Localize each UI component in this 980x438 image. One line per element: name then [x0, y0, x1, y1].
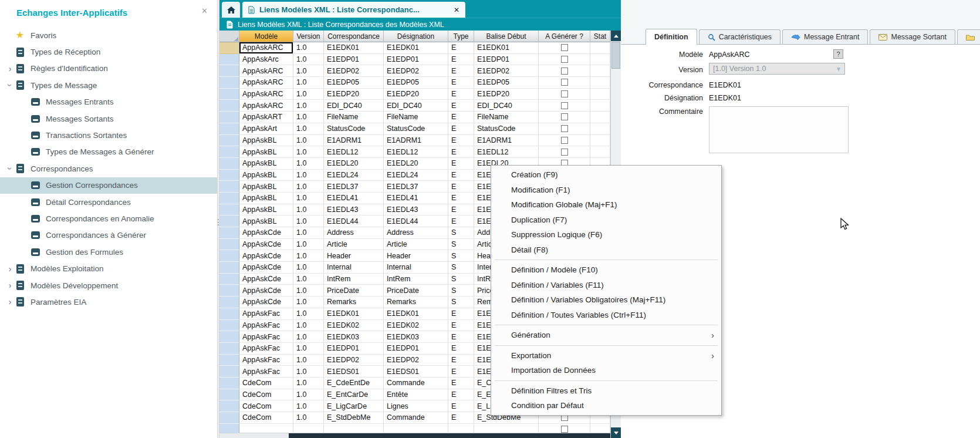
row-selector[interactable]: [219, 227, 239, 239]
column-header-correspondance[interactable]: Correspondance: [324, 31, 384, 42]
cell-version[interactable]: 1.0: [293, 170, 324, 181]
cell-type[interactable]: E: [448, 355, 474, 366]
cell-designation[interactable]: E1EDL24: [384, 170, 448, 181]
cell-modele[interactable]: AppAskARC: [239, 77, 293, 89]
cell-designation[interactable]: E1EDS01: [384, 366, 448, 378]
row-selector[interactable]: [219, 239, 239, 251]
row-selector[interactable]: [219, 412, 239, 424]
cell-designation[interactable]: Remarks: [384, 297, 448, 308]
cell-stat[interactable]: [590, 146, 610, 158]
cell-modele[interactable]: CdeCom: [239, 400, 293, 412]
column-header-balise-debut[interactable]: Balise Début: [474, 31, 539, 42]
cell-designation[interactable]: PriceDate: [384, 285, 448, 297]
cell-a-generer[interactable]: [539, 123, 590, 135]
cell-correspondance[interactable]: E1EDK01: [324, 308, 384, 320]
sidebar-item-messages-sortants[interactable]: ›Messages Sortants: [0, 110, 217, 127]
cell-correspondance[interactable]: E1ADRM1: [324, 135, 384, 147]
table-corner-cell[interactable]: [219, 31, 239, 42]
cell-a-generer[interactable]: [539, 65, 590, 77]
cell-modele[interactable]: AppAskFac: [239, 366, 293, 378]
checkbox-icon[interactable]: [561, 125, 568, 132]
cell-designation[interactable]: E1EDK01: [384, 308, 448, 320]
cell-designation[interactable]: E1EDP05: [384, 77, 448, 89]
cell-version[interactable]: 1.0: [293, 100, 324, 112]
scroll-down-button[interactable]: [611, 427, 621, 438]
cell-type[interactable]: E: [448, 100, 474, 112]
active-tab[interactable]: Liens Modèles XML : Liste Correspondanc.…: [242, 2, 465, 18]
cell-version[interactable]: 1.0: [293, 77, 324, 89]
cell-stat[interactable]: [590, 77, 610, 89]
tab-partial[interactable]: [957, 29, 980, 44]
cell-designation[interactable]: Lignes: [384, 400, 448, 412]
cell-type[interactable]: E: [448, 181, 474, 193]
row-selector[interactable]: [219, 100, 239, 112]
chevron-down-icon[interactable]: ›: [6, 163, 14, 174]
menu-item-definition-modele-f10[interactable]: Définition / Modèle (F10): [491, 262, 721, 278]
column-header-modele[interactable]: Modèle: [239, 31, 293, 42]
cell-version[interactable]: 1.0: [293, 274, 324, 285]
menu-item-duplication-f7[interactable]: Duplication (F7): [491, 213, 721, 228]
row-selector[interactable]: [219, 308, 239, 320]
table-row[interactable]: AppAskARC1.0EDI_DC40EDI_DC40EEDI_DC40: [219, 100, 610, 112]
cell-correspondance[interactable]: E_StdDebMe: [324, 412, 384, 424]
cell-modele[interactable]: AppAskFac: [239, 320, 293, 332]
cell-correspondance[interactable]: EDI_DC40: [324, 100, 384, 112]
cell-correspondance[interactable]: E1EDK03: [324, 331, 384, 343]
checkbox-icon[interactable]: [561, 149, 568, 156]
cell-modele[interactable]: AppAskCde: [239, 285, 293, 297]
cell-correspondance[interactable]: E1EDK02: [324, 320, 384, 332]
cell-type[interactable]: E: [448, 412, 474, 424]
cell-version[interactable]: 1.0: [293, 378, 324, 389]
cell-correspondance[interactable]: E1EDP02: [324, 65, 384, 77]
cell-modele[interactable]: AppAskBL: [239, 135, 293, 147]
cell-version[interactable]: 1.0: [293, 412, 324, 424]
cell-modele[interactable]: AppAskCde: [239, 297, 293, 308]
sidebar-item-types-de-message[interactable]: ›Types de Message: [0, 77, 217, 93]
cell-type[interactable]: E: [448, 89, 474, 100]
row-selector[interactable]: [219, 389, 239, 401]
menu-item-modification-f1[interactable]: Modification (F1): [491, 183, 721, 198]
cell-stat[interactable]: [590, 135, 610, 147]
tab-close-icon[interactable]: ✕: [454, 6, 459, 14]
cell-type[interactable]: E: [448, 204, 474, 216]
cell-modele[interactable]: AppAskCde: [239, 227, 293, 239]
cell-type[interactable]: S: [448, 285, 474, 297]
row-selector[interactable]: [219, 343, 239, 355]
cell-modele[interactable]: AppAskARC: [239, 89, 293, 100]
cell-correspondance[interactable]: E1EDL20: [324, 158, 384, 170]
cell-version[interactable]: 1.0: [293, 54, 324, 66]
cell-stat[interactable]: [590, 112, 610, 123]
cell-correspondance[interactable]: E1EDL37: [324, 181, 384, 193]
cell-correspondance[interactable]: E1EDP05: [324, 77, 384, 89]
row-selector[interactable]: [219, 215, 239, 227]
menu-item-suppression-logique-f6[interactable]: Suppression Logique (F6): [491, 227, 721, 242]
cell-version[interactable]: 1.0: [293, 308, 324, 320]
sidebar-item-gestion-des-formules[interactable]: ›Gestion des Formules: [0, 244, 217, 260]
cell-designation[interactable]: Entête: [384, 389, 448, 401]
cell-type[interactable]: E: [448, 389, 474, 401]
table-row[interactable]: AppAskARC1.0E1EDP20E1EDP20EE1EDP20: [219, 89, 610, 100]
row-selector[interactable]: [219, 285, 239, 297]
cell-modele[interactable]: AppAskFac: [239, 331, 293, 343]
cell-version[interactable]: 1.0: [293, 204, 324, 216]
cell-modele[interactable]: AppAskARC: [239, 65, 293, 77]
cell-modele[interactable]: AppAskArc: [239, 54, 293, 66]
tab-message-sortant[interactable]: Message Sortant: [870, 29, 955, 44]
cell-correspondance[interactable]: Remarks: [324, 297, 384, 308]
sidebar-item-types-de-reception[interactable]: ›Types de Réception: [0, 43, 217, 60]
cell-correspondance[interactable]: E1EDL12: [324, 146, 384, 158]
cell-designation[interactable]: E1EDP02: [384, 65, 448, 77]
row-selector[interactable]: [219, 366, 239, 378]
cell-correspondance[interactable]: Article: [324, 239, 384, 251]
row-selector[interactable]: [219, 65, 239, 77]
checkbox-icon[interactable]: [561, 44, 568, 51]
cell-modele[interactable]: AppAskARC: [239, 42, 293, 54]
cell-balise_debut[interactable]: E1EDP20: [474, 89, 539, 100]
checkbox-icon[interactable]: [561, 90, 568, 97]
row-selector[interactable]: [219, 297, 239, 308]
row-selector[interactable]: [219, 123, 239, 135]
cell-type[interactable]: E: [448, 135, 474, 147]
cell-version[interactable]: 1.0: [293, 389, 324, 401]
cell-type[interactable]: E: [448, 112, 474, 123]
cell-designation[interactable]: E1EDP01: [384, 343, 448, 355]
